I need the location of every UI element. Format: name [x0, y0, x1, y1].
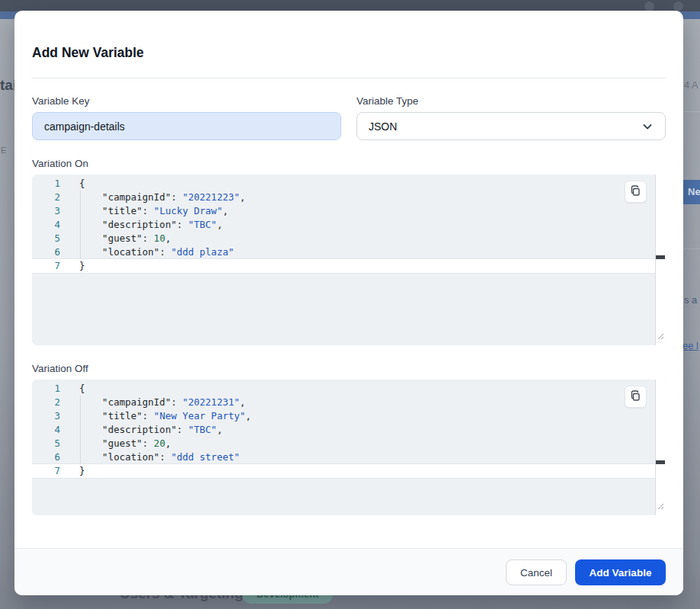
- line-number: 2: [32, 191, 60, 204]
- line-number: 3: [32, 204, 60, 218]
- add-variable-dialog: Add New Variable Variable Key Variable T…: [14, 11, 683, 595]
- backdrop-text-fragment: s a: [684, 294, 697, 306]
- variation-on-label: Variation On: [32, 158, 88, 169]
- code-line: 6 "location": "ddd street": [32, 450, 655, 464]
- chevron-down-icon: [641, 120, 654, 133]
- copy-button[interactable]: [625, 386, 647, 408]
- code-line: 3 "title": "New Year Party",: [32, 409, 655, 423]
- resize-handle[interactable]: [657, 500, 664, 514]
- code-line: 5 "guest": 10,: [32, 232, 655, 245]
- title-divider: [32, 78, 666, 79]
- line-number: 1: [32, 382, 60, 396]
- copy-button[interactable]: [625, 181, 647, 203]
- variation-on-code: 1{2 "campaignId": "20221223",3 "title": …: [32, 177, 655, 274]
- code-line: 2 "campaignId": "20221231",: [32, 396, 655, 409]
- variation-off-label: Variation Off: [32, 363, 88, 374]
- variation-off-editor[interactable]: 1{2 "campaignId": "20221231",3 "title": …: [32, 380, 666, 515]
- variable-type-value: JSON: [369, 120, 397, 133]
- backdrop-row-line: [683, 248, 700, 249]
- code-line: 1{: [32, 177, 655, 191]
- scrollbar-thumb[interactable]: [656, 255, 665, 259]
- code-line: 1{: [32, 382, 655, 396]
- line-number: 1: [32, 177, 60, 191]
- code-line: 7}: [32, 463, 655, 479]
- backdrop-date-fragment: 4 A: [684, 79, 698, 91]
- line-number: 4: [32, 218, 60, 232]
- line-number: 6: [32, 245, 60, 259]
- variation-off-code: 1{2 "campaignId": "20221231",3 "title": …: [32, 382, 655, 479]
- code-line: 3 "title": "Lucky Draw",: [32, 204, 655, 218]
- variation-on-editor[interactable]: 1{2 "campaignId": "20221223",3 "title": …: [32, 175, 666, 345]
- dialog-title: Add New Variable: [32, 45, 144, 61]
- code-line: 5 "guest": 20,: [32, 437, 655, 450]
- code-line: 4 "description": "TBC",: [32, 423, 655, 437]
- backdrop-top-navbar: [0, 0, 700, 11]
- editor-scrollbar[interactable]: [655, 380, 666, 515]
- backdrop-new-button-fragment: Ne: [683, 180, 700, 204]
- code-line: 2 "campaignId": "20221223",: [32, 191, 655, 204]
- line-number: 7: [32, 259, 60, 273]
- copy-icon: [630, 390, 641, 404]
- line-number: 4: [32, 423, 60, 437]
- line-number: 3: [32, 409, 60, 423]
- code-line: 7}: [32, 258, 655, 274]
- line-number: 2: [32, 396, 60, 409]
- line-number: 7: [32, 464, 60, 478]
- variable-key-label: Variable Key: [32, 95, 90, 107]
- backdrop-divider: [683, 111, 700, 112]
- code-line: 6 "location": "ddd plaza": [32, 245, 655, 259]
- variable-key-input[interactable]: [32, 112, 341, 140]
- line-number: 6: [32, 450, 60, 464]
- code-line: 4 "description": "TBC",: [32, 218, 655, 232]
- line-number: 5: [32, 232, 60, 245]
- add-variable-button[interactable]: Add Variable: [575, 559, 666, 585]
- resize-handle[interactable]: [657, 330, 664, 344]
- scrollbar-thumb[interactable]: [656, 460, 665, 464]
- line-number: 5: [32, 437, 60, 450]
- backdrop-link-fragment: ee l: [682, 340, 698, 351]
- copy-icon: [630, 185, 641, 199]
- dialog-footer: Cancel Add Variable: [14, 548, 683, 595]
- variable-type-select[interactable]: JSON: [356, 112, 666, 140]
- variable-type-label: Variable Type: [356, 95, 418, 107]
- editor-scrollbar[interactable]: [655, 175, 666, 345]
- backdrop-label-fragment: E: [1, 146, 6, 155]
- cancel-button[interactable]: Cancel: [506, 559, 567, 585]
